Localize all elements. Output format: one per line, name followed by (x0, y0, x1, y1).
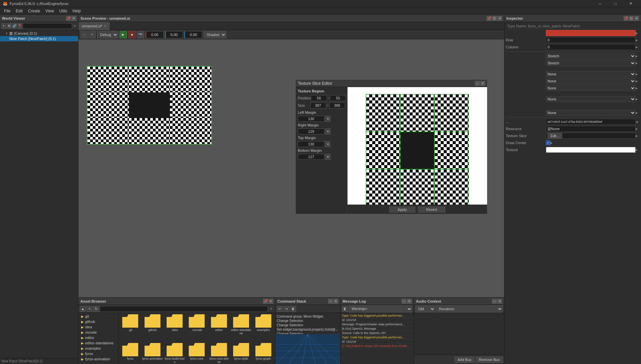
asset-add-button[interactable]: + (86, 306, 92, 312)
asset-folder-examples[interactable]: examples (253, 314, 274, 335)
inspector-none-1-select[interactable]: None (546, 71, 636, 77)
inspector-stretch-1-select[interactable]: Stretch (546, 53, 636, 59)
asset-folder-github[interactable]: github (142, 314, 163, 335)
top-margin-input[interactable] (298, 141, 325, 147)
add-bus-button[interactable]: Add Bus (454, 357, 474, 363)
move-button[interactable]: ↔ (80, 31, 88, 38)
top-margin-arrow[interactable]: ▾ (325, 141, 331, 147)
asset-folder-idea[interactable]: .idea (164, 314, 185, 335)
size-y-input[interactable] (329, 102, 345, 108)
asset-tree-item-github[interactable]: ▶ github (78, 319, 118, 324)
inspector-chevron-5[interactable]: ▶ (636, 73, 640, 76)
command-stack-pin[interactable]: ─ (328, 299, 333, 304)
position-x-input[interactable] (311, 95, 327, 101)
undo-button[interactable]: ↩ (277, 306, 283, 312)
z-coord-input[interactable]: 0.00 (184, 31, 202, 38)
inspector-none-4-select[interactable]: None (546, 96, 636, 102)
inspector-none-3-select[interactable]: None (546, 85, 636, 91)
asset-folder-fyrox-graph[interactable]: fyrox-graph (253, 343, 274, 364)
asset-folder-vscode[interactable]: .vscode (186, 314, 207, 335)
asset-browser-pin[interactable]: 📌 (263, 299, 268, 304)
renderer-select[interactable]: Renderer (436, 305, 503, 313)
locate-button[interactable]: 📍 (17, 23, 22, 29)
inspector-chevron-13[interactable]: ▶ (551, 141, 555, 144)
dm-select[interactable]: DM (415, 305, 435, 313)
inspector-close[interactable]: ✕ (634, 16, 639, 21)
stop-button[interactable]: ■ (128, 31, 136, 38)
close-button[interactable]: ✕ (623, 0, 638, 7)
scene-max-button[interactable]: ⊡ (492, 16, 497, 21)
menu-utils[interactable]: Utils (57, 8, 70, 14)
maximize-button[interactable]: □ (608, 0, 623, 7)
tree-item-ninepatch[interactable]: Nine Patch [NinePatch] (5:1) (0, 36, 78, 41)
scene-close-button[interactable]: ✕ (497, 16, 502, 21)
asset-tree-item-examples[interactable]: ▶ examples (78, 346, 118, 351)
world-viewer-search[interactable] (23, 23, 72, 29)
asset-tree-item-git[interactable]: ▶ git (78, 314, 118, 319)
edit-texture-slice-button[interactable]: Edit... (548, 133, 562, 138)
asset-tree-item-idea[interactable]: ▶ idea (78, 324, 118, 330)
asset-tree-item-fyrox-anim[interactable]: ▶ fyrox-animation (78, 356, 118, 362)
asset-folder-editor-sa[interactable]: editor-standalone (231, 314, 251, 335)
tab-close-icon[interactable]: ✕ (104, 24, 106, 28)
asset-browser-close[interactable]: ✕ (268, 299, 273, 304)
shaded-select[interactable]: Shaded (204, 31, 226, 38)
search-clear-button[interactable]: ✕ (73, 23, 77, 29)
remove-bus-button[interactable]: Remove Bus (476, 357, 503, 363)
asset-up-button[interactable]: ▲ (80, 306, 86, 312)
draw-center-checkbox[interactable]: ✓ (546, 140, 551, 145)
scene-pin-button[interactable]: 📌 (487, 16, 491, 21)
tree-item-canvas[interactable]: ▼ 🖼 [Canvas] (0:1) (0, 31, 78, 36)
inspector-chevron-4[interactable]: ▶ (636, 62, 640, 65)
menu-help[interactable]: Help (70, 8, 83, 14)
asset-search-input[interactable] (100, 306, 268, 312)
asset-folder-fyrox-build[interactable]: fyrox-build-tools (164, 343, 185, 364)
local-button[interactable]: + (88, 31, 96, 38)
inspector-pin[interactable]: 📌 (624, 16, 628, 21)
debug-select[interactable]: Debug (97, 31, 118, 38)
add-node-button[interactable]: + (1, 23, 6, 29)
world-viewer-close[interactable]: ✕ (71, 16, 76, 21)
asset-folder-fyrox-dylib[interactable]: fyrox-dylib (231, 343, 251, 364)
asset-search-clear[interactable]: ✕ (268, 306, 274, 312)
revert-button[interactable]: Revert (418, 207, 445, 213)
inspector-chevron-11[interactable]: ▶ (636, 127, 640, 130)
menu-create[interactable]: Create (25, 8, 43, 14)
message-log-close[interactable]: ✕ (407, 299, 412, 304)
y-coord-input[interactable]: 0.00 (165, 31, 183, 38)
position-y-input[interactable] (330, 95, 346, 101)
inspector-none-5-select[interactable]: None (546, 110, 636, 116)
asset-tree-item-vscode[interactable]: ▶ vscode (78, 330, 118, 335)
clear-history-button[interactable]: 🗑 (290, 306, 296, 312)
scene-tab-unnamed[interactable]: unnamed.ui* ✕ (78, 22, 110, 30)
tse-close-button[interactable]: ✕ (480, 81, 485, 86)
right-margin-input[interactable] (298, 128, 325, 134)
inspector-chevron-12[interactable]: ▶ (636, 134, 640, 137)
inspector-chevron-0[interactable]: ▶ (636, 32, 640, 35)
asset-folder-editor[interactable]: editor (209, 314, 229, 335)
inspector-chevron-8[interactable]: ▶ (636, 98, 640, 101)
play-button[interactable]: ▶ (120, 31, 127, 38)
asset-folder-fyrox-core-d[interactable]: fyrox-core-derive (209, 343, 229, 364)
menu-file[interactable]: File (1, 8, 13, 14)
inspector-none-2-select[interactable]: None (546, 78, 636, 84)
asset-folder-fyrox-ani[interactable]: fyrox-animation (142, 343, 163, 364)
bottom-margin-arrow[interactable]: ▾ (325, 154, 331, 160)
bottom-margin-input[interactable] (298, 154, 325, 160)
inspector-chevron-14[interactable]: ▶ (636, 148, 640, 151)
message-filter-select[interactable]: Warnings+ (349, 305, 412, 313)
asset-tree-item-editor-sa[interactable]: ▶ editor-standalone (78, 340, 118, 346)
world-viewer-pin[interactable]: 📌 (66, 16, 71, 21)
command-stack-close[interactable]: ✕ (334, 299, 338, 304)
x-coord-input[interactable]: 0.00 (146, 31, 164, 38)
menu-view[interactable]: View (43, 8, 57, 14)
clear-messages-button[interactable]: 🗑 (342, 306, 348, 312)
menu-edit[interactable]: Edit (13, 8, 25, 14)
camera-button[interactable]: 📷 (137, 31, 144, 38)
left-margin-arrow[interactable]: ▾ (325, 116, 331, 122)
audio-context-pin[interactable]: ─ (492, 299, 497, 304)
inspector-stretch-2-select[interactable]: Stretch (546, 60, 636, 66)
size-x-input[interactable] (310, 102, 326, 108)
inspector-chevron-1[interactable]: ▶ (636, 39, 640, 42)
minimize-button[interactable]: ─ (592, 0, 608, 7)
